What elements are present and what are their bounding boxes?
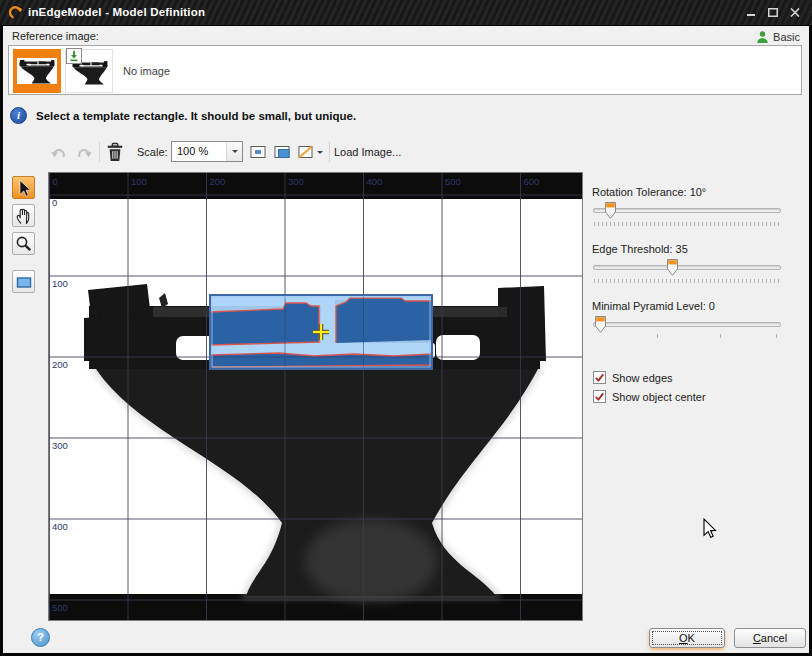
- close-icon: [790, 8, 800, 17]
- minimize-icon: [747, 8, 756, 17]
- slider-tickmarks: [594, 222, 780, 226]
- minimize-button[interactable]: [742, 5, 760, 20]
- slider-thumb[interactable]: [605, 202, 616, 219]
- show-object-center-checkbox[interactable]: [593, 390, 606, 403]
- ok-button[interactable]: OK: [649, 628, 725, 648]
- slider-tickmarks: [594, 334, 780, 338]
- scale-select[interactable]: 100 %: [171, 141, 243, 162]
- dropdown-arrow-icon: [317, 151, 323, 157]
- svg-text:300: 300: [288, 176, 304, 187]
- reference-thumbnail-load-new[interactable]: [65, 49, 113, 93]
- delete-button[interactable]: [103, 141, 126, 163]
- slider-tickmarks: [594, 279, 780, 283]
- pan-tool-button[interactable]: [12, 204, 35, 227]
- load-image-button[interactable]: Load Image...: [334, 146, 401, 158]
- user-basic-icon: [756, 30, 769, 44]
- canvas-toolbar: Scale: 100 %: [3, 138, 809, 166]
- check-icon: [594, 372, 605, 383]
- no-overlay-icon: [296, 142, 316, 162]
- svg-text:0: 0: [53, 176, 58, 187]
- svg-text:400: 400: [367, 176, 383, 187]
- scale-label: Scale:: [137, 146, 168, 158]
- model-definition-dialog: inEdgeModel - Model Definition Basic Ref…: [0, 0, 812, 656]
- scale-value: 100 %: [177, 145, 208, 157]
- rectangle-tool-button[interactable]: [12, 270, 35, 293]
- help-button[interactable]: ?: [31, 628, 50, 647]
- show-edges-checkbox-row[interactable]: Show edges: [593, 371, 673, 384]
- zoom-tool-button[interactable]: [12, 232, 35, 255]
- template-selection[interactable]: [210, 295, 432, 369]
- svg-text:0: 0: [52, 197, 57, 208]
- edge-threshold-label: Edge Threshold: 35: [592, 243, 688, 255]
- reference-thumbnail-selected[interactable]: [13, 49, 61, 93]
- maximize-icon: [768, 8, 778, 17]
- toolbar-separator: [99, 142, 100, 162]
- titlebar[interactable]: inEdgeModel - Model Definition: [0, 0, 812, 26]
- svg-text:100: 100: [52, 278, 68, 289]
- pointer-icon: [14, 178, 34, 198]
- svg-text:200: 200: [210, 176, 226, 187]
- selection-dark-region: [336, 298, 432, 343]
- slider-track[interactable]: [593, 265, 781, 270]
- rotation-tolerance-label: Rotation Tolerance: 10°: [592, 186, 706, 198]
- slider-track[interactable]: [593, 322, 781, 327]
- check-icon: [594, 391, 605, 402]
- pointer-tool-button[interactable]: [12, 176, 35, 199]
- info-icon: i: [10, 107, 27, 124]
- instruction-text: Select a template rectangle. It should b…: [36, 110, 356, 122]
- show-object-center-checkbox-row[interactable]: Show object center: [593, 390, 706, 403]
- zoom-fit-icon: [248, 142, 268, 162]
- undo-button[interactable]: [47, 141, 70, 163]
- slider-thumb[interactable]: [595, 316, 606, 333]
- svg-text:200: 200: [52, 359, 68, 370]
- hand-icon: [14, 206, 34, 226]
- zoom-fill-button[interactable]: [270, 141, 293, 163]
- reference-thumbnail-image: [17, 58, 57, 84]
- slider-track[interactable]: [593, 208, 781, 213]
- edge-threshold-slider[interactable]: [593, 259, 781, 277]
- svg-text:300: 300: [52, 440, 68, 451]
- rotation-tolerance-slider[interactable]: [593, 202, 781, 220]
- slider-thumb[interactable]: [667, 259, 678, 276]
- app-icon: [9, 6, 23, 20]
- rectangle-icon: [14, 272, 34, 292]
- no-image-label: No image: [123, 65, 170, 77]
- minimal-pyramid-level-slider[interactable]: [593, 316, 781, 334]
- minimal-pyramid-level-label: Minimal Pyramid Level: 0: [592, 300, 715, 312]
- show-edges-label: Show edges: [612, 372, 673, 384]
- zoom-fill-icon: [272, 142, 292, 162]
- redo-button[interactable]: [73, 141, 96, 163]
- preview-image: 01002003004005006000100200300400500: [49, 173, 582, 620]
- magnifier-icon: [14, 234, 34, 254]
- svg-text:600: 600: [524, 176, 540, 187]
- download-overlay-icon: [66, 48, 82, 64]
- mode-label: Basic: [773, 31, 800, 43]
- reference-image-list: No image: [8, 45, 802, 95]
- show-edges-checkbox[interactable]: [593, 371, 606, 384]
- toolbar-separator: [329, 142, 330, 162]
- mode-badge[interactable]: Basic: [756, 30, 800, 44]
- svg-text:400: 400: [52, 521, 68, 532]
- close-button[interactable]: [786, 5, 804, 20]
- cancel-button[interactable]: Cancel: [734, 628, 806, 648]
- overlay-style-button[interactable]: [294, 141, 326, 163]
- mouse-cursor-icon: [703, 518, 718, 539]
- svg-text:500: 500: [52, 602, 68, 613]
- maximize-button[interactable]: [764, 5, 782, 20]
- image-canvas[interactable]: 01002003004005006000100200300400500: [48, 172, 583, 621]
- redo-icon: [76, 144, 93, 161]
- trash-icon: [106, 142, 124, 162]
- undo-icon: [50, 144, 67, 161]
- svg-text:500: 500: [445, 176, 461, 187]
- zoom-fit-button[interactable]: [246, 141, 269, 163]
- svg-text:100: 100: [131, 176, 147, 187]
- show-object-center-label: Show object center: [612, 391, 706, 403]
- window-title: inEdgeModel - Model Definition: [28, 6, 205, 18]
- reference-image-label: Reference image:: [12, 30, 99, 42]
- part-shape-thumbnail: [18, 59, 56, 84]
- combo-arrow-icon: [226, 142, 242, 161]
- instruction-bar: i Select a template rectangle. It should…: [10, 107, 356, 124]
- dialog-client: Basic Reference image:: [3, 26, 809, 653]
